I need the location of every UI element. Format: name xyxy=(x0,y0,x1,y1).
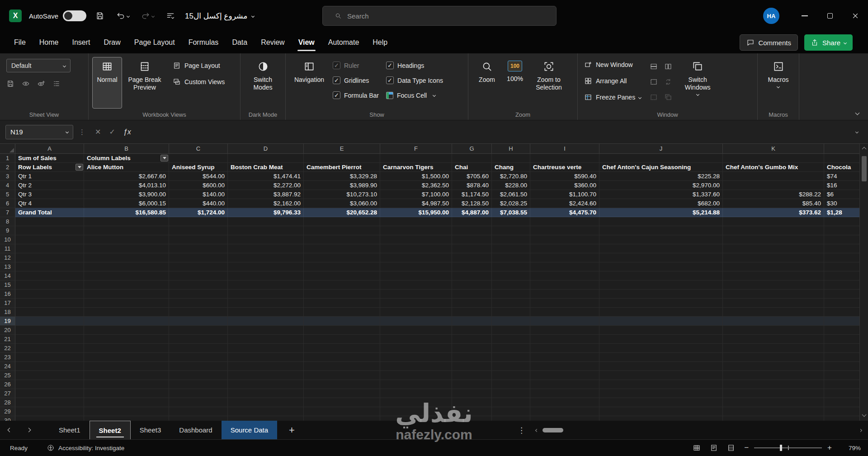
cell-F14[interactable] xyxy=(380,271,452,280)
cell-E11[interactable] xyxy=(304,244,380,253)
scroll-up-icon[interactable] xyxy=(862,147,866,152)
cell-C4[interactable]: $600.00 xyxy=(169,181,228,190)
cell-H6[interactable]: $2,028.25 xyxy=(492,199,530,208)
hide-window-button[interactable] xyxy=(647,75,660,89)
cell-B23[interactable] xyxy=(84,353,169,362)
cell-A24[interactable] xyxy=(15,362,84,371)
comments-button[interactable]: Comments xyxy=(740,34,798,51)
cell-B14[interactable] xyxy=(84,271,169,280)
row-header-15[interactable]: 15 xyxy=(0,280,15,290)
zoom-out-button[interactable]: − xyxy=(744,443,749,452)
cell-B16[interactable] xyxy=(84,290,169,299)
cell-J22[interactable] xyxy=(599,344,723,353)
cell-J11[interactable] xyxy=(599,244,723,253)
cell-I23[interactable] xyxy=(530,353,599,362)
cell-J1[interactable] xyxy=(599,154,723,163)
cell-J6[interactable]: $682.00 xyxy=(599,199,723,208)
cell-K16[interactable] xyxy=(723,290,824,299)
row-header-2[interactable]: 2 xyxy=(0,163,15,172)
cell-G20[interactable] xyxy=(452,326,492,335)
cell-H22[interactable] xyxy=(492,344,530,353)
cell-C17[interactable] xyxy=(169,299,228,308)
cell-D25[interactable] xyxy=(228,371,304,380)
save-button[interactable] xyxy=(93,9,107,23)
sheet-tab-source-data[interactable]: Source Data xyxy=(222,421,277,439)
cell-H16[interactable] xyxy=(492,290,530,299)
cell-F25[interactable] xyxy=(380,371,452,380)
cell-D7[interactable]: $9,796.33 xyxy=(228,208,304,217)
cell-G21[interactable] xyxy=(452,335,492,344)
cell-K15[interactable] xyxy=(723,280,824,290)
cell-G3[interactable]: $705.60 xyxy=(452,172,492,181)
quick-access-options-button[interactable] xyxy=(163,9,178,23)
cell-J24[interactable] xyxy=(599,362,723,371)
cell-F29[interactable] xyxy=(380,407,452,416)
checkbox-focus-cell[interactable]: Focus Cell xyxy=(386,88,443,103)
name-box[interactable]: N19 xyxy=(5,125,73,139)
cell-F2[interactable]: Carnarvon Tigers xyxy=(380,163,452,172)
cell-K14[interactable] xyxy=(723,271,824,280)
close-button[interactable] xyxy=(843,0,868,32)
cell-G5[interactable]: $1,174.50 xyxy=(452,190,492,199)
horizontal-scrollbar[interactable] xyxy=(536,421,862,440)
view-side-by-side-button[interactable] xyxy=(662,60,675,73)
cell-K27[interactable] xyxy=(723,389,824,398)
menu-tab-formulas[interactable]: Formulas xyxy=(182,32,226,53)
cell-H2[interactable]: Chang xyxy=(492,163,530,172)
cell-K6[interactable]: $85.40 xyxy=(723,199,824,208)
cell-F16[interactable] xyxy=(380,290,452,299)
row-header-20[interactable]: 20 xyxy=(0,326,15,335)
cell-A4[interactable]: Qtr 2 xyxy=(15,181,84,190)
cell-G2[interactable]: Chai xyxy=(452,163,492,172)
cell-I25[interactable] xyxy=(530,371,599,380)
sheet-view-dropdown[interactable]: Default xyxy=(6,59,71,72)
cell-D4[interactable]: $2,272.00 xyxy=(228,181,304,190)
cell-F4[interactable]: $2,362.50 xyxy=(380,181,452,190)
cell-B5[interactable]: $3,900.00 xyxy=(84,190,169,199)
hscroll-left-icon[interactable] xyxy=(535,428,538,432)
page-break-preview-button[interactable]: Page Break Preview xyxy=(122,57,167,109)
row-header-23[interactable]: 23 xyxy=(0,353,15,362)
cell-B10[interactable] xyxy=(84,235,169,244)
cell-I13[interactable] xyxy=(530,262,599,271)
zoom-slider[interactable] xyxy=(754,447,822,448)
sheet-tab-sheet3[interactable]: Sheet3 xyxy=(131,421,170,439)
checkbox-ruler[interactable]: ✓Ruler xyxy=(333,58,379,73)
sheet-view-options-icon[interactable] xyxy=(52,80,61,88)
cell-D22[interactable] xyxy=(228,344,304,353)
synchronous-scrolling-button[interactable] xyxy=(662,75,675,89)
menu-tab-automate[interactable]: Automate xyxy=(321,32,366,53)
cell-D26[interactable] xyxy=(228,380,304,389)
cell-D30[interactable] xyxy=(228,416,304,421)
cell-K11[interactable] xyxy=(723,244,824,253)
cell-K24[interactable] xyxy=(723,362,824,371)
vertical-scrollbar-thumb[interactable] xyxy=(862,156,867,181)
cell-K3[interactable] xyxy=(723,172,824,181)
cell-G28[interactable] xyxy=(452,398,492,407)
cell-I18[interactable] xyxy=(530,308,599,317)
cell-G30[interactable] xyxy=(452,416,492,421)
cell-I30[interactable] xyxy=(530,416,599,421)
cell-F3[interactable]: $1,500.00 xyxy=(380,172,452,181)
cell-I14[interactable] xyxy=(530,271,599,280)
page-layout-view-button[interactable]: Page Layout xyxy=(170,59,227,72)
cell-F20[interactable] xyxy=(380,326,452,335)
cell-A13[interactable] xyxy=(15,262,84,271)
cell-K17[interactable] xyxy=(723,299,824,308)
cell-D20[interactable] xyxy=(228,326,304,335)
excel-app-icon[interactable]: X xyxy=(9,10,22,22)
cell-C13[interactable] xyxy=(169,262,228,271)
cell-I26[interactable] xyxy=(530,380,599,389)
cell-E22[interactable] xyxy=(304,344,380,353)
cell-J12[interactable] xyxy=(599,253,723,262)
expand-formula-bar-icon[interactable] xyxy=(855,130,859,133)
cell-K30[interactable] xyxy=(723,416,824,421)
cell-B24[interactable] xyxy=(84,362,169,371)
cell-K9[interactable] xyxy=(723,226,824,235)
cell-F5[interactable]: $7,100.00 xyxy=(380,190,452,199)
file-name[interactable]: مشروع إكسل ال15 xyxy=(185,11,254,21)
page-layout-view-status-button[interactable] xyxy=(710,444,718,452)
zoom-percentage[interactable]: 79% xyxy=(841,445,861,451)
row-header-28[interactable]: 28 xyxy=(0,398,15,407)
cell-H14[interactable] xyxy=(492,271,530,280)
